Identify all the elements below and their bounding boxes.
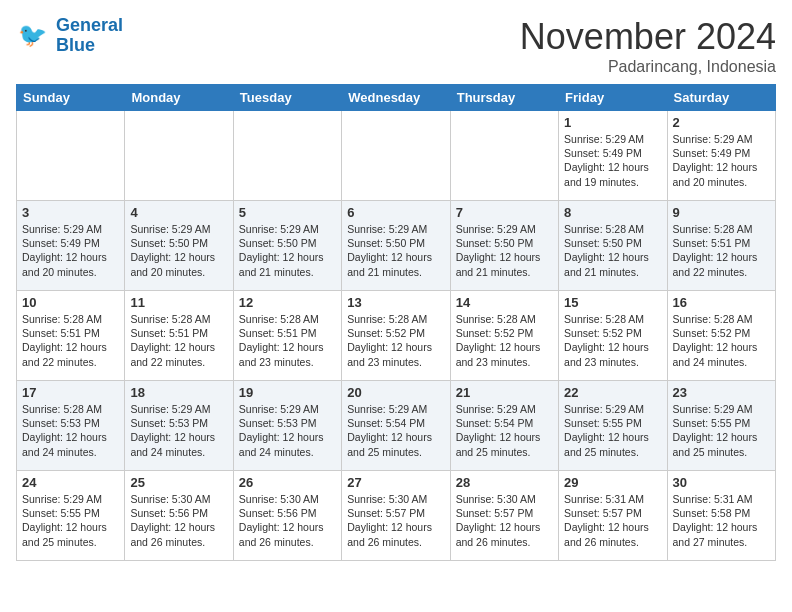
day-info: Sunrise: 5:30 AM Sunset: 5:56 PM Dayligh… [239, 492, 336, 549]
day-info: Sunrise: 5:30 AM Sunset: 5:57 PM Dayligh… [456, 492, 553, 549]
calendar-cell [342, 111, 450, 201]
week-row-3: 10Sunrise: 5:28 AM Sunset: 5:51 PM Dayli… [17, 291, 776, 381]
calendar-cell: 15Sunrise: 5:28 AM Sunset: 5:52 PM Dayli… [559, 291, 667, 381]
calendar-cell: 14Sunrise: 5:28 AM Sunset: 5:52 PM Dayli… [450, 291, 558, 381]
calendar-cell [233, 111, 341, 201]
day-info: Sunrise: 5:29 AM Sunset: 5:53 PM Dayligh… [239, 402, 336, 459]
calendar-cell: 10Sunrise: 5:28 AM Sunset: 5:51 PM Dayli… [17, 291, 125, 381]
calendar-cell: 4Sunrise: 5:29 AM Sunset: 5:50 PM Daylig… [125, 201, 233, 291]
calendar-cell: 13Sunrise: 5:28 AM Sunset: 5:52 PM Dayli… [342, 291, 450, 381]
day-number: 3 [22, 205, 119, 220]
logo-icon: 🐦 [16, 18, 52, 54]
day-number: 22 [564, 385, 661, 400]
calendar-cell [450, 111, 558, 201]
calendar-cell: 23Sunrise: 5:29 AM Sunset: 5:55 PM Dayli… [667, 381, 775, 471]
page-header: 🐦 General Blue November 2024 Padarincang… [16, 16, 776, 76]
calendar-cell: 11Sunrise: 5:28 AM Sunset: 5:51 PM Dayli… [125, 291, 233, 381]
weekday-header-wednesday: Wednesday [342, 85, 450, 111]
day-number: 23 [673, 385, 770, 400]
calendar-cell [17, 111, 125, 201]
calendar-cell: 26Sunrise: 5:30 AM Sunset: 5:56 PM Dayli… [233, 471, 341, 561]
day-number: 18 [130, 385, 227, 400]
calendar-cell [125, 111, 233, 201]
day-number: 26 [239, 475, 336, 490]
day-number: 11 [130, 295, 227, 310]
title-block: November 2024 Padarincang, Indonesia [520, 16, 776, 76]
day-info: Sunrise: 5:29 AM Sunset: 5:54 PM Dayligh… [347, 402, 444, 459]
week-row-4: 17Sunrise: 5:28 AM Sunset: 5:53 PM Dayli… [17, 381, 776, 471]
day-info: Sunrise: 5:29 AM Sunset: 5:53 PM Dayligh… [130, 402, 227, 459]
day-info: Sunrise: 5:28 AM Sunset: 5:52 PM Dayligh… [456, 312, 553, 369]
weekday-header-tuesday: Tuesday [233, 85, 341, 111]
svg-text:🐦: 🐦 [18, 21, 48, 49]
day-number: 1 [564, 115, 661, 130]
calendar-cell: 3Sunrise: 5:29 AM Sunset: 5:49 PM Daylig… [17, 201, 125, 291]
day-number: 17 [22, 385, 119, 400]
weekday-header-monday: Monday [125, 85, 233, 111]
weekday-header-thursday: Thursday [450, 85, 558, 111]
day-number: 19 [239, 385, 336, 400]
week-row-2: 3Sunrise: 5:29 AM Sunset: 5:49 PM Daylig… [17, 201, 776, 291]
calendar-cell: 24Sunrise: 5:29 AM Sunset: 5:55 PM Dayli… [17, 471, 125, 561]
day-info: Sunrise: 5:29 AM Sunset: 5:50 PM Dayligh… [239, 222, 336, 279]
calendar-cell: 2Sunrise: 5:29 AM Sunset: 5:49 PM Daylig… [667, 111, 775, 201]
day-number: 25 [130, 475, 227, 490]
logo: 🐦 General Blue [16, 16, 123, 56]
day-number: 14 [456, 295, 553, 310]
day-number: 28 [456, 475, 553, 490]
logo-line2: Blue [56, 36, 123, 56]
day-number: 5 [239, 205, 336, 220]
calendar-cell: 28Sunrise: 5:30 AM Sunset: 5:57 PM Dayli… [450, 471, 558, 561]
calendar-cell: 22Sunrise: 5:29 AM Sunset: 5:55 PM Dayli… [559, 381, 667, 471]
day-number: 6 [347, 205, 444, 220]
day-info: Sunrise: 5:29 AM Sunset: 5:50 PM Dayligh… [456, 222, 553, 279]
day-number: 7 [456, 205, 553, 220]
day-info: Sunrise: 5:29 AM Sunset: 5:50 PM Dayligh… [347, 222, 444, 279]
day-info: Sunrise: 5:28 AM Sunset: 5:51 PM Dayligh… [673, 222, 770, 279]
day-info: Sunrise: 5:29 AM Sunset: 5:55 PM Dayligh… [564, 402, 661, 459]
calendar-cell: 25Sunrise: 5:30 AM Sunset: 5:56 PM Dayli… [125, 471, 233, 561]
day-info: Sunrise: 5:28 AM Sunset: 5:52 PM Dayligh… [673, 312, 770, 369]
day-number: 29 [564, 475, 661, 490]
calendar-cell: 7Sunrise: 5:29 AM Sunset: 5:50 PM Daylig… [450, 201, 558, 291]
day-number: 30 [673, 475, 770, 490]
day-number: 27 [347, 475, 444, 490]
day-number: 24 [22, 475, 119, 490]
calendar-table: SundayMondayTuesdayWednesdayThursdayFrid… [16, 84, 776, 561]
calendar-cell: 21Sunrise: 5:29 AM Sunset: 5:54 PM Dayli… [450, 381, 558, 471]
day-info: Sunrise: 5:31 AM Sunset: 5:57 PM Dayligh… [564, 492, 661, 549]
calendar-cell: 9Sunrise: 5:28 AM Sunset: 5:51 PM Daylig… [667, 201, 775, 291]
day-info: Sunrise: 5:28 AM Sunset: 5:53 PM Dayligh… [22, 402, 119, 459]
weekday-header-saturday: Saturday [667, 85, 775, 111]
day-info: Sunrise: 5:28 AM Sunset: 5:50 PM Dayligh… [564, 222, 661, 279]
week-row-1: 1Sunrise: 5:29 AM Sunset: 5:49 PM Daylig… [17, 111, 776, 201]
day-info: Sunrise: 5:28 AM Sunset: 5:51 PM Dayligh… [130, 312, 227, 369]
day-number: 20 [347, 385, 444, 400]
calendar-cell: 20Sunrise: 5:29 AM Sunset: 5:54 PM Dayli… [342, 381, 450, 471]
day-info: Sunrise: 5:28 AM Sunset: 5:51 PM Dayligh… [22, 312, 119, 369]
calendar-cell: 6Sunrise: 5:29 AM Sunset: 5:50 PM Daylig… [342, 201, 450, 291]
day-info: Sunrise: 5:30 AM Sunset: 5:56 PM Dayligh… [130, 492, 227, 549]
calendar-cell: 17Sunrise: 5:28 AM Sunset: 5:53 PM Dayli… [17, 381, 125, 471]
day-info: Sunrise: 5:29 AM Sunset: 5:50 PM Dayligh… [130, 222, 227, 279]
day-info: Sunrise: 5:29 AM Sunset: 5:49 PM Dayligh… [22, 222, 119, 279]
calendar-cell: 19Sunrise: 5:29 AM Sunset: 5:53 PM Dayli… [233, 381, 341, 471]
day-number: 4 [130, 205, 227, 220]
day-number: 21 [456, 385, 553, 400]
day-number: 16 [673, 295, 770, 310]
day-number: 15 [564, 295, 661, 310]
logo-text: General Blue [56, 16, 123, 56]
calendar-cell: 27Sunrise: 5:30 AM Sunset: 5:57 PM Dayli… [342, 471, 450, 561]
weekday-header-sunday: Sunday [17, 85, 125, 111]
day-info: Sunrise: 5:29 AM Sunset: 5:55 PM Dayligh… [22, 492, 119, 549]
day-info: Sunrise: 5:29 AM Sunset: 5:54 PM Dayligh… [456, 402, 553, 459]
calendar-cell: 29Sunrise: 5:31 AM Sunset: 5:57 PM Dayli… [559, 471, 667, 561]
day-info: Sunrise: 5:29 AM Sunset: 5:55 PM Dayligh… [673, 402, 770, 459]
weekday-header-row: SundayMondayTuesdayWednesdayThursdayFrid… [17, 85, 776, 111]
calendar-cell: 5Sunrise: 5:29 AM Sunset: 5:50 PM Daylig… [233, 201, 341, 291]
day-number: 13 [347, 295, 444, 310]
day-info: Sunrise: 5:28 AM Sunset: 5:51 PM Dayligh… [239, 312, 336, 369]
week-row-5: 24Sunrise: 5:29 AM Sunset: 5:55 PM Dayli… [17, 471, 776, 561]
calendar-cell: 12Sunrise: 5:28 AM Sunset: 5:51 PM Dayli… [233, 291, 341, 381]
day-info: Sunrise: 5:30 AM Sunset: 5:57 PM Dayligh… [347, 492, 444, 549]
